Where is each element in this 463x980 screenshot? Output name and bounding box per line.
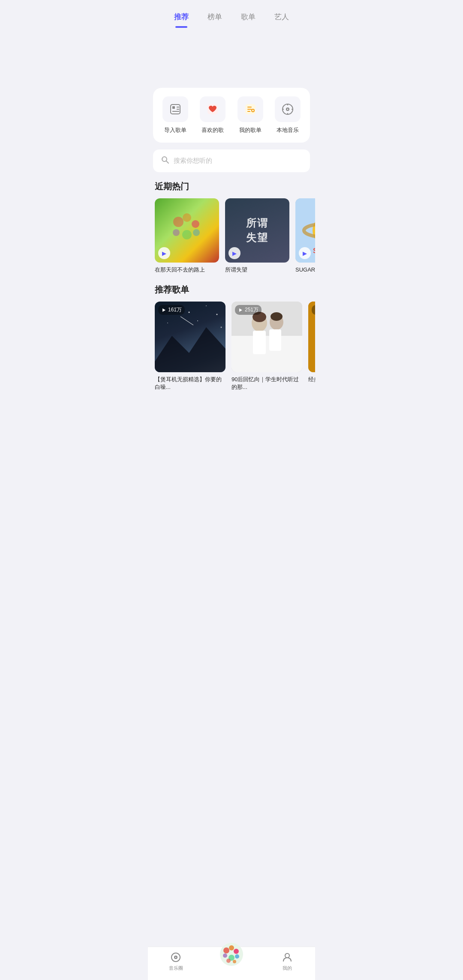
recent-hot-list: ▶ 在那天回不去的路上 所谓失望 ▶ 所谓失望 — [148, 198, 315, 275]
svg-point-24 — [192, 220, 199, 228]
svg-point-26 — [182, 230, 192, 239]
list-item[interactable]: 68万 经典|用电影配乐讲故事 — [308, 302, 315, 391]
svg-point-23 — [183, 213, 191, 222]
svg-marker-40 — [155, 327, 225, 372]
svg-point-36 — [216, 314, 218, 315]
playlist-card-image: 251万 — [232, 302, 302, 372]
recommended-playlists-list: 161万 【煲耳机无损精选】你要的白噪... — [148, 302, 315, 393]
svg-rect-47 — [269, 329, 281, 351]
music-card-image: ▶ — [155, 198, 219, 263]
list-item[interactable]: 161万 【煲耳机无损精选】你要的白噪... — [155, 302, 225, 391]
svg-point-35 — [206, 305, 207, 306]
local-music-icon — [275, 96, 301, 122]
quick-access-section: 导入歌单 喜欢的歌 我的歌单 — [153, 88, 310, 143]
favorite-icon — [200, 96, 225, 122]
svg-point-21 — [162, 158, 163, 159]
quick-my-playlist[interactable]: 我的歌单 — [238, 96, 263, 134]
import-icon — [162, 96, 188, 122]
play-button[interactable]: ▶ — [299, 247, 311, 259]
svg-point-25 — [173, 229, 180, 236]
svg-point-34 — [189, 312, 190, 313]
playlist-card-image: 68万 — [308, 302, 315, 372]
search-icon — [161, 155, 169, 166]
tab-playlist[interactable]: 歌单 — [232, 8, 265, 26]
svg-rect-9 — [247, 111, 250, 112]
import-label: 导入歌单 — [164, 126, 186, 134]
search-placeholder: 搜索你想听的 — [174, 157, 212, 165]
svg-point-11 — [252, 110, 254, 111]
top-navigation: 推荐 榜单 歌单 艺人 — [148, 0, 315, 26]
list-item[interactable]: 251万 90后回忆向｜学生时代听过的那... — [232, 302, 302, 391]
playlist-card-image: 161万 — [155, 302, 225, 372]
music-title: 所谓失望 — [225, 266, 289, 274]
svg-rect-1 — [172, 106, 175, 109]
local-music-label: 本地音乐 — [277, 126, 299, 134]
my-playlist-label: 我的歌单 — [239, 126, 262, 134]
tab-artist[interactable]: 艺人 — [265, 8, 298, 26]
tab-charts[interactable]: 榜单 — [198, 8, 232, 26]
recent-hot-section: 近期热门 ▶ — [148, 181, 315, 275]
svg-point-38 — [197, 320, 198, 321]
svg-point-22 — [173, 217, 183, 227]
banner-carousel — [148, 28, 315, 88]
play-button[interactable]: ▶ — [228, 247, 241, 259]
music-card-image: 所谓失望 ▶ — [225, 198, 289, 263]
search-bar[interactable]: 搜索你想听的 — [153, 149, 310, 172]
music-card-image: SUGAR ▶ — [295, 198, 315, 263]
svg-line-41 — [180, 317, 193, 325]
my-playlist-icon — [238, 96, 263, 122]
svg-point-28 — [313, 215, 315, 245]
svg-point-14 — [287, 109, 289, 110]
music-title: 在那天回不去的路上 — [155, 266, 219, 274]
list-item[interactable]: ▶ 在那天回不去的路上 — [155, 198, 219, 274]
svg-point-37 — [167, 323, 168, 323]
quick-favorite[interactable]: 喜欢的歌 — [200, 96, 225, 134]
music-title: SUGAR — [295, 266, 315, 274]
svg-line-20 — [166, 161, 168, 163]
svg-point-39 — [221, 327, 222, 328]
tab-recommend[interactable]: 推荐 — [165, 8, 198, 26]
recommended-playlists-section: 推荐歌单 — [148, 284, 315, 393]
playlist-title: 经典|用电影配乐讲故事 — [308, 376, 315, 383]
playlist-play-count: 251万 — [235, 305, 262, 315]
favorite-label: 喜欢的歌 — [201, 126, 224, 134]
recent-hot-title: 近期热门 — [148, 181, 315, 198]
svg-point-27 — [193, 229, 200, 236]
svg-rect-45 — [253, 331, 266, 354]
playlist-title: 【煲耳机无损精选】你要的白噪... — [155, 376, 225, 391]
recommended-playlists-title: 推荐歌单 — [148, 284, 315, 302]
play-button[interactable]: ▶ — [158, 247, 170, 259]
quick-local-music[interactable]: 本地音乐 — [275, 96, 301, 134]
list-item[interactable]: SUGAR ▶ SUGAR — [295, 198, 315, 274]
list-item[interactable]: 所谓失望 ▶ 所谓失望 — [225, 198, 289, 274]
playlist-play-count: 161万 — [158, 305, 185, 315]
svg-text:SUGAR: SUGAR — [313, 247, 315, 254]
svg-rect-7 — [247, 107, 252, 108]
svg-rect-8 — [247, 109, 252, 110]
svg-rect-43 — [232, 336, 302, 372]
quick-import[interactable]: 导入歌单 — [162, 96, 188, 134]
playlist-title: 90后回忆向｜学生时代听过的那... — [232, 376, 302, 391]
svg-point-49 — [271, 312, 283, 321]
